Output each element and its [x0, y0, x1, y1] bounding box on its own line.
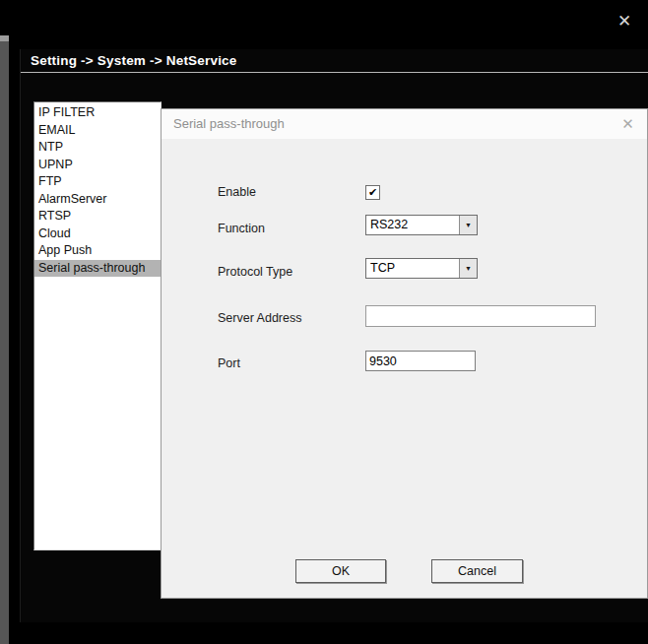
list-item-email[interactable]: EMAIL — [34, 122, 161, 140]
dialog-close-icon[interactable]: ✕ — [617, 114, 638, 134]
function-label: Function — [218, 222, 265, 235]
enable-checkbox[interactable]: ✔ — [365, 185, 380, 200]
protocol-type-dropdown[interactable]: TCP ▼ — [365, 258, 478, 279]
screen-close-icon[interactable]: ✕ — [612, 11, 637, 32]
background-window-edge — [0, 35, 9, 644]
title-separator — [21, 72, 648, 73]
list-item-serial-pass-through[interactable]: Serial pass-through — [34, 260, 161, 278]
port-input[interactable] — [365, 351, 476, 371]
netservice-list: IP FILTEREMAILNTPUPNPFTPAlarmServerRTSPC… — [33, 101, 162, 550]
server-address-input[interactable] — [365, 305, 596, 327]
function-dropdown[interactable]: RS232 ▼ — [365, 215, 478, 235]
dialog-title: Serial pass-through — [173, 109, 285, 139]
server-address-label: Server Address — [218, 311, 301, 325]
list-item-ftp[interactable]: FTP — [34, 173, 161, 191]
list-item-app-push[interactable]: App Push — [34, 242, 161, 260]
chevron-down-icon[interactable]: ▼ — [459, 216, 477, 234]
list-item-ntp[interactable]: NTP — [34, 139, 161, 157]
check-icon: ✔ — [366, 186, 379, 199]
list-item-rtsp[interactable]: RTSP — [34, 208, 161, 225]
function-dropdown-value: RS232 — [366, 216, 459, 234]
dialog-titlebar: Serial pass-through ✕ — [162, 109, 647, 139]
ok-button[interactable]: OK — [295, 559, 386, 583]
enable-label: Enable — [218, 185, 256, 199]
port-label: Port — [218, 356, 240, 370]
settings-breadcrumb-title: Setting -> System -> NetService — [31, 50, 237, 72]
list-item-ip-filter[interactable]: IP FILTER — [34, 104, 161, 122]
serial-passthrough-dialog: Serial pass-through ✕ Enable ✔ Function … — [161, 108, 648, 599]
list-item-upnp[interactable]: UPNP — [34, 157, 161, 174]
list-item-cloud[interactable]: Cloud — [34, 225, 161, 243]
background-window-edge-cap — [0, 35, 9, 41]
chevron-down-icon[interactable]: ▼ — [459, 259, 477, 278]
protocol-type-dropdown-value: TCP — [366, 259, 459, 278]
protocol-type-label: Protocol Type — [218, 265, 292, 279]
cancel-button[interactable]: Cancel — [431, 559, 523, 583]
list-item-alarmserver[interactable]: AlarmServer — [34, 191, 161, 209]
